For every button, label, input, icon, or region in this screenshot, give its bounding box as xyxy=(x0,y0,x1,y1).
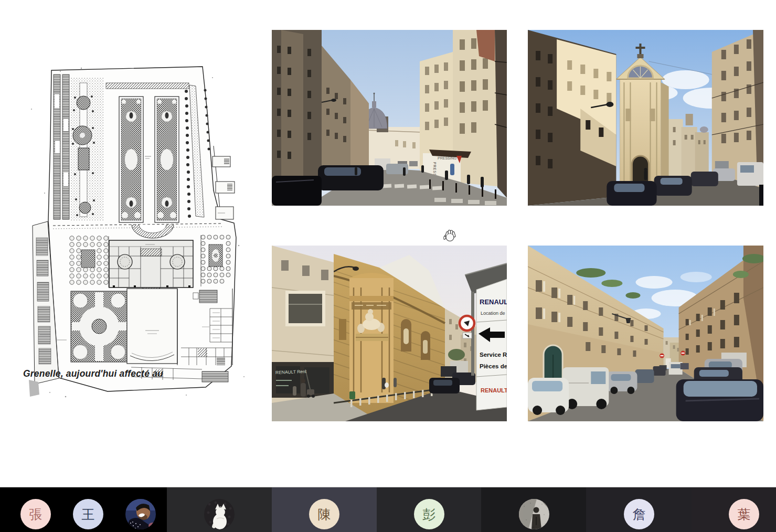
photo-street-with-fountain: RENAULT Rent xyxy=(272,246,507,421)
avatar-photo-white-cat[interactable] xyxy=(204,499,235,529)
avatar-initial-text: 詹 xyxy=(633,506,646,523)
garden-plan-drawing xyxy=(29,62,257,400)
renault-panel-brand-bottom: RENAULT xyxy=(481,387,507,393)
avatar-initial-text: 張 xyxy=(29,506,42,523)
pressing-fascia-text: PRESSING xyxy=(438,156,456,160)
photo-street-with-church xyxy=(528,30,763,206)
plan-caption: Grenelle, aujourd'hui affecté au xyxy=(23,368,163,379)
renault-panel-service: Service R xyxy=(480,352,507,358)
photo-street-parked-cars xyxy=(528,246,763,421)
avatar-initial-8[interactable]: 詹 xyxy=(624,499,654,529)
avatar-initial-text: 王 xyxy=(82,506,95,523)
renault-panel-location: Location de xyxy=(481,311,505,316)
photo-street-with-dome: PRESSING PRESSING xyxy=(272,30,507,206)
renault-panel-pieces: Pièces de xyxy=(480,363,507,369)
avatar-initial-text: 彭 xyxy=(423,506,436,523)
avatar-initial-1[interactable]: 張 xyxy=(20,499,51,529)
avatar-initial-9[interactable]: 葉 xyxy=(729,499,759,529)
avatar-initial-text: 葉 xyxy=(738,506,751,523)
renault-rent-shop-sign: RENAULT Rent xyxy=(275,369,307,375)
avatar-initial-2[interactable]: 王 xyxy=(73,499,103,529)
avatar-initial-text: 陳 xyxy=(318,506,331,523)
participants-filmstrip: 張 王 xyxy=(0,487,776,532)
presentation-canvas: Grenelle, aujourd'hui affecté au xyxy=(0,0,776,532)
avatar-initial-6[interactable]: 彭 xyxy=(414,499,444,529)
avatar-photo-bw-person[interactable] xyxy=(519,499,549,529)
garden-plan-figure xyxy=(29,62,257,400)
avatar-initial-5[interactable]: 陳 xyxy=(309,499,339,529)
renault-panel-brand-top: RENAULT xyxy=(480,298,507,306)
open-hand-cursor xyxy=(443,228,457,242)
avatar-photo-smiling-man[interactable] xyxy=(125,499,156,529)
